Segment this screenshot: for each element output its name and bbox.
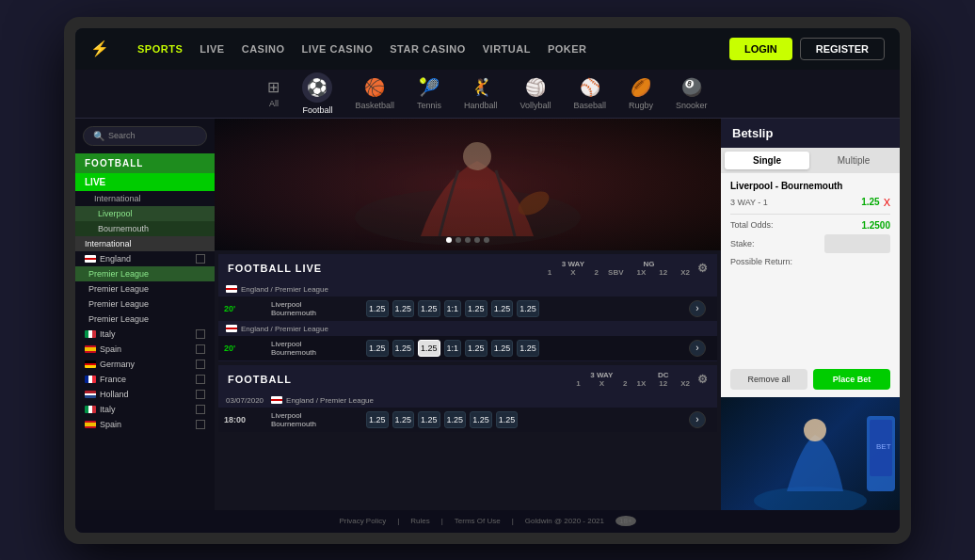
sidebar-bournemouth[interactable]: Bournemouth (75, 221, 215, 236)
match2-odd-4[interactable]: 1:1 (444, 340, 462, 357)
hero-dot-1[interactable] (446, 237, 452, 243)
football-match-more[interactable]: › (689, 411, 706, 428)
tab-football[interactable]: ⚽ Football (302, 72, 332, 115)
tab-rugby[interactable]: 🏉 Rugby (629, 77, 653, 110)
footer-terms[interactable]: Terms Of Use (455, 517, 501, 525)
match1-odd-3[interactable]: 1.25 (418, 300, 440, 317)
register-button[interactable]: REGISTER (800, 38, 885, 60)
sidebar-holland[interactable]: Holland (75, 387, 215, 402)
col-2: 2 (595, 268, 599, 277)
col-12: 12 (659, 268, 667, 277)
betslip-tab-multiple[interactable]: Multiple (811, 152, 896, 169)
sidebar-premier-league-3[interactable]: Premier League (75, 296, 215, 312)
football-odd-1[interactable]: 1.25 (366, 411, 389, 428)
sidebar-england[interactable]: England (75, 251, 215, 266)
sidebar-italy-1[interactable]: Italy (75, 327, 215, 342)
football-odd-5[interactable]: 1.25 (470, 411, 492, 428)
football-odd-4[interactable]: 1.25 (444, 411, 467, 428)
tab-handball[interactable]: 🤾 Handball (464, 77, 498, 110)
nav-star-casino[interactable]: STAR CASINO (390, 43, 465, 55)
match2-more[interactable]: › (689, 340, 706, 357)
tab-basketball[interactable]: 🏀 Basketball (355, 77, 394, 110)
sidebar-germany[interactable]: Germany (75, 357, 215, 372)
match2-odd-7[interactable]: 1.25 (517, 340, 539, 357)
footer-rules[interactable]: Rules (410, 517, 429, 525)
match2-odds: 1.25 1.25 1.25 1:1 1.25 1.25 1.25 (365, 339, 689, 358)
betslip-stake-input[interactable] (824, 234, 890, 253)
match2-odd-5[interactable]: 1.25 (465, 340, 488, 357)
nav-casino[interactable]: CASINO (242, 43, 285, 55)
settings-icon[interactable]: ⚙ (697, 262, 708, 275)
france-checkbox[interactable] (196, 375, 205, 384)
match1-more[interactable]: › (689, 300, 706, 317)
search-container[interactable]: 🔍 Search (83, 126, 207, 146)
hero-dot-5[interactable] (484, 237, 489, 243)
betslip-tab-single[interactable]: Single (725, 152, 809, 169)
england-checkbox[interactable] (196, 254, 205, 264)
football-odd-6[interactable]: 1.25 (496, 411, 519, 428)
match1-odd-2[interactable]: 1.25 (392, 300, 415, 317)
remove-all-button[interactable]: Remove all (730, 369, 807, 390)
sidebar-spain-2[interactable]: Spain (75, 417, 215, 432)
place-bet-button[interactable]: Place Bet (813, 369, 890, 390)
match1-odd-1[interactable]: 1.25 (366, 300, 389, 317)
football-date: 03/07/2020 (226, 396, 264, 405)
match1-odd-6[interactable]: 1.25 (491, 300, 514, 317)
nav-items: SPORTS LIVE CASINO LIVE CASINO STAR CASI… (137, 43, 711, 55)
match1-odd-4[interactable]: 1:1 (444, 300, 462, 317)
nav-sports[interactable]: SPORTS (137, 43, 183, 55)
match2-odd-6[interactable]: 1.25 (491, 340, 514, 357)
hero-dot-4[interactable] (474, 237, 480, 243)
tab-volleyball[interactable]: 🏐 Vollyball (520, 77, 551, 110)
sidebar-premier-league-1[interactable]: Premier League (75, 266, 215, 281)
sidebar-spain-1[interactable]: Spain (75, 342, 215, 357)
search-bar: 🔍 Search (75, 119, 215, 153)
login-button[interactable]: LOGIN (729, 38, 792, 60)
footer-privacy[interactable]: Privacy Policy (339, 517, 386, 525)
italy-1-checkbox[interactable] (196, 329, 205, 339)
sidebar-live[interactable]: LIVE (75, 173, 215, 191)
hero-dot-2[interactable] (456, 237, 461, 243)
tab-tennis[interactable]: 🎾 Tennis (417, 77, 441, 110)
match1-odd-7[interactable]: 1.25 (517, 300, 539, 317)
betslip-total-odds-label: Total Odds: (730, 220, 774, 230)
sidebar-liverpool[interactable]: Liverpool (75, 206, 215, 221)
sidebar-france[interactable]: France (75, 372, 215, 387)
betslip-content: Liverpool - Bournemouth 3 WAY - 1 1.25 X (721, 173, 900, 361)
football-odd-2[interactable]: 1.25 (392, 411, 415, 428)
spain-1-checkbox[interactable] (196, 344, 205, 354)
sidebar-premier-league-4[interactable]: Premier League (75, 312, 215, 327)
sidebar-italy-2[interactable]: Italy (75, 402, 215, 417)
center-content: FOOTBALL LIVE 3 WAY 1 X 2 (215, 119, 721, 510)
tab-baseball[interactable]: ⚾ Baseball (574, 77, 607, 110)
svg-point-4 (804, 419, 826, 441)
germany-checkbox[interactable] (196, 360, 205, 369)
italy-2-checkbox[interactable] (196, 405, 205, 414)
nav-poker[interactable]: POKER (548, 43, 587, 55)
tab-snooker[interactable]: 🎱 Snooker (676, 77, 708, 110)
tab-all[interactable]: ⊞ All (267, 78, 280, 108)
nav-virtual[interactable]: VIRTUAL (483, 43, 531, 55)
hero-dot-3[interactable] (465, 237, 471, 243)
sidebar-international-1[interactable]: International (75, 191, 215, 206)
betslip-close[interactable]: X (884, 197, 890, 208)
football-odd-3[interactable]: 1.25 (418, 411, 440, 428)
football-date-league: 03/07/2020 England / Premier League (218, 393, 717, 408)
sidebar-premier-league-2[interactable]: Premier League (75, 281, 215, 296)
match2-odd-3[interactable]: 1.25 (418, 340, 440, 357)
nav-live-casino[interactable]: LIVE CASINO (301, 43, 373, 55)
nav-live[interactable]: LIVE (200, 43, 224, 55)
betslip-actions: Remove all Place Bet (721, 361, 900, 397)
match2-odd-1[interactable]: 1.25 (366, 340, 389, 357)
football-settings-icon[interactable]: ⚙ (697, 373, 708, 386)
league-row-2: England / Premier League (218, 322, 717, 336)
match1-odd-5[interactable]: 1.25 (465, 300, 488, 317)
holland-checkbox[interactable] (196, 390, 205, 399)
match1-teams: Liverpool Bournemouth (271, 300, 365, 317)
england-flag-3 (271, 396, 282, 404)
top-navigation: ⚡ SPORTS LIVE CASINO LIVE CASINO STAR CA… (75, 28, 900, 70)
betslip-match-title: Liverpool - Bournemouth (730, 181, 890, 191)
col-sbv: SBV (608, 268, 623, 277)
spain-2-checkbox[interactable] (196, 420, 205, 429)
match2-odd-2[interactable]: 1.25 (392, 340, 415, 357)
